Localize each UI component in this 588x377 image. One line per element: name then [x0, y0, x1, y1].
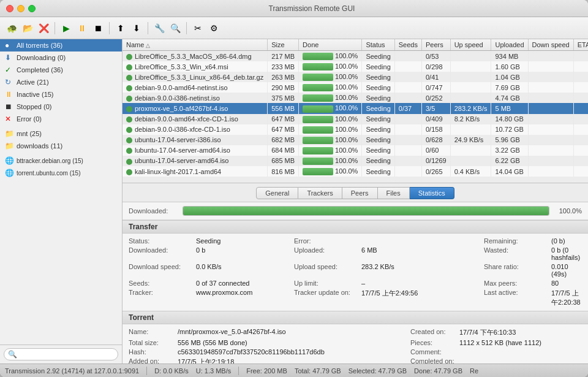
- torrent-status-icon: [126, 75, 132, 81]
- down-speed-status: D: 0.0 KB/s: [154, 367, 189, 375]
- free-status: Free: 200 MB: [246, 367, 287, 375]
- torrent-up-speed-cell: [450, 61, 491, 72]
- col-up-speed[interactable]: Up speed: [450, 39, 491, 51]
- torrent-progress-bar: [303, 126, 333, 134]
- table-row[interactable]: proxmox-ve_5.0-af4267bf-4.iso 556 MB 100…: [123, 103, 588, 113]
- sidebar-item-label: Completed (36): [17, 66, 63, 74]
- tab-general[interactable]: General: [256, 187, 298, 199]
- sidebar-item-error[interactable]: ✕ Error (0): [0, 113, 122, 125]
- completed-label: Completed on:: [410, 357, 459, 364]
- torrent-name-cell: LibreOffice_5.3.3_Win_x64.msi: [123, 61, 268, 72]
- torrent-done-cell: 100.0%: [299, 114, 362, 124]
- torrent-uploaded-cell: 10.72 GB: [491, 124, 528, 135]
- start-icon[interactable]: ▶: [59, 21, 73, 35]
- downloaded-value: 0 b: [196, 246, 294, 261]
- torrent-done-cell: 100.0%: [299, 135, 362, 145]
- table-row[interactable]: lubuntu-17.04-server-amd64.iso 684 MB 10…: [123, 145, 588, 156]
- torrent-up-speed-cell: 283.2 KB/s: [450, 103, 491, 113]
- pause-icon[interactable]: ⏸: [75, 21, 89, 35]
- up-priority-icon[interactable]: ⬆: [114, 21, 127, 35]
- down-priority-icon[interactable]: ⬇: [130, 21, 143, 35]
- table-row[interactable]: debian-9.0.0-amd64-xfce-CD-1.iso 647 MB …: [123, 114, 588, 124]
- table-row[interactable]: ubuntu-17.04-server-i386.iso 682 MB 100.…: [123, 135, 588, 145]
- col-done[interactable]: Done: [299, 39, 362, 51]
- torrent-uploaded-cell: 7.69 GB: [491, 82, 528, 93]
- torrent-uploaded-cell: 934 MB: [491, 51, 528, 62]
- table-row[interactable]: debian-9.0.0-amd64-netinst.iso 290 MB 10…: [123, 82, 588, 93]
- sidebar-item-mnt[interactable]: 📁 mnt (25): [0, 128, 122, 140]
- sidebar-item-tracker2[interactable]: 🌐 torrent.ubuntu.com (15): [0, 167, 122, 179]
- torrent-progress-bar: [303, 84, 333, 91]
- sidebar-item-inactive[interactable]: ⏸ Inactive (15): [0, 88, 122, 101]
- scissors-icon[interactable]: ✂: [191, 21, 205, 35]
- minimize-button[interactable]: [17, 5, 24, 12]
- tab-statistics[interactable]: Statistics: [410, 187, 454, 199]
- torrent-progress-bar: [303, 147, 333, 154]
- search-icon[interactable]: 🔍: [168, 21, 182, 35]
- torrent-info-grid: Name: /mnt/proxmox-ve_5.0-af4267bf-4.iso…: [123, 324, 588, 364]
- close-button[interactable]: [6, 5, 13, 12]
- created-label: Created on:: [410, 328, 459, 337]
- torrent-down-speed-cell: [528, 72, 573, 82]
- active-icon: ↻: [5, 78, 13, 86]
- table-row[interactable]: debian-9.0.0-i386-xfce-CD-1.iso 647 MB 1…: [123, 124, 588, 135]
- torrent-uploaded-cell: 1.60 GB: [491, 61, 528, 72]
- torrent-seeds-cell: [394, 145, 421, 156]
- table-row[interactable]: LibreOffice_5.3.3_MacOS_x86-64.dmg 217 M…: [123, 51, 588, 62]
- remove-icon[interactable]: ❌: [37, 21, 50, 35]
- tab-peers[interactable]: Peers: [342, 187, 378, 199]
- torrent-peers-cell: 0/747: [421, 82, 450, 93]
- sidebar-item-stopped[interactable]: ⏹ Stopped (0): [0, 101, 122, 113]
- col-name[interactable]: Name △: [123, 39, 268, 51]
- torrent-peers-cell: 0/409: [421, 114, 450, 124]
- gear-icon[interactable]: ⚙: [207, 21, 221, 35]
- tracker1-icon: 🌐: [5, 156, 13, 165]
- stop-icon[interactable]: ⏹: [91, 21, 105, 35]
- torrent-done-cell: 100.0%: [299, 103, 362, 113]
- selected-status: Selected: 47.79 GB: [349, 367, 407, 375]
- sidebar-item-downloads[interactable]: 📁 downloads (11): [0, 140, 122, 152]
- table-row[interactable]: ubuntu-17.04-server-amd64.iso 685 MB 100…: [123, 156, 588, 166]
- open-file-icon[interactable]: 📂: [21, 21, 34, 35]
- sidebar-item-all[interactable]: ● All torrents (36): [0, 39, 122, 51]
- search-input[interactable]: [4, 348, 118, 360]
- table-row[interactable]: LibreOffice_5.3.3_Linux_x86-64_deb.tar.g…: [123, 72, 588, 82]
- table-row[interactable]: kali-linux-light-2017.1-amd64 816 MB 100…: [123, 166, 588, 177]
- toolbar-separator-3: [148, 22, 148, 34]
- col-peers[interactable]: Peers: [421, 39, 450, 51]
- torrent-uploaded-cell: 5 MB: [491, 103, 528, 113]
- pieces-value: 1112 x 512 KB (have 1112): [459, 339, 582, 346]
- sidebar-item-label: Error (0): [17, 115, 42, 123]
- sidebar-item-tracker1[interactable]: 🌐 bttracker.debian.org (15): [0, 154, 122, 167]
- torrent-seeds-cell: [394, 114, 421, 124]
- wasted-label: Wasted:: [484, 246, 551, 261]
- torrent-eta-cell: [573, 51, 588, 62]
- torrent-seeds-cell: [394, 82, 421, 93]
- col-uploaded[interactable]: Uploaded: [491, 39, 528, 51]
- col-eta[interactable]: ETA: [573, 39, 588, 51]
- sidebar-item-downloading[interactable]: ⬇ Downloading (0): [0, 51, 122, 64]
- col-status[interactable]: Status: [362, 39, 394, 51]
- col-down-speed[interactable]: Down speed: [528, 39, 573, 51]
- window-title: Transmission Remote GUI: [42, 4, 582, 13]
- info-content: Transfer Status: Seeding Error: Remainin…: [123, 220, 588, 364]
- tab-trackers[interactable]: Trackers: [298, 187, 342, 199]
- col-size[interactable]: Size: [268, 39, 299, 51]
- all-torrents-icon: ●: [5, 41, 13, 50]
- add-torrent-icon[interactable]: 🐢: [5, 21, 18, 35]
- torrent-down-speed-cell: [528, 82, 573, 93]
- torrent-eta-cell: [573, 135, 588, 145]
- torrent-size-cell: 233 MB: [268, 61, 299, 72]
- maximize-button[interactable]: [28, 5, 36, 12]
- settings-icon[interactable]: 🔧: [153, 21, 166, 35]
- torrent-scroll[interactable]: Name △ Size Done Status Seeds Peers Up s…: [123, 39, 588, 183]
- sidebar-item-active[interactable]: ↻ Active (21): [0, 76, 122, 88]
- torrent-seeds-cell: [394, 61, 421, 72]
- torrent-name-value: /mnt/proxmox-ve_5.0-af4267bf-4.iso: [178, 328, 410, 337]
- table-row[interactable]: LibreOffice_5.3.3_Win_x64.msi 233 MB 100…: [123, 61, 588, 72]
- col-seeds[interactable]: Seeds: [394, 39, 421, 51]
- tab-files[interactable]: Files: [378, 187, 410, 199]
- sidebar-item-completed[interactable]: ✓ Completed (36): [0, 64, 122, 76]
- table-row[interactable]: debian-9.0.0-i386-netinst.iso 375 MB 100…: [123, 93, 588, 103]
- title-bar: Transmission Remote GUI: [0, 0, 588, 17]
